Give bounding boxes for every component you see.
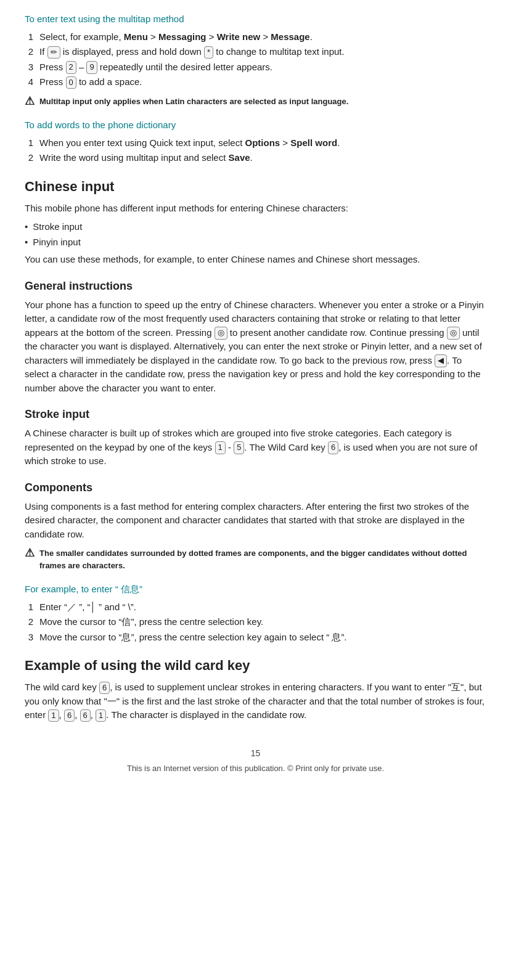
wild-card-body: The wild card key 6, is used to suppleme… bbox=[25, 680, 486, 722]
wild-card-heading: Example of using the wild card key bbox=[25, 655, 486, 676]
wildcard-key: 6 bbox=[99, 682, 110, 694]
wild-card-section: Example of using the wild card key The w… bbox=[25, 655, 486, 722]
enter-key-6b: 6 bbox=[80, 709, 91, 722]
back-key: ◀ bbox=[435, 354, 447, 367]
for-example-section: For example, to enter “ 信息” 1 Enter “／ ”… bbox=[25, 582, 486, 644]
note-text: Multitap input only applies when Latin c… bbox=[39, 96, 348, 108]
list-item: 4 Press 0 to add a space. bbox=[25, 75, 486, 89]
chinese-input-section: Chinese input This mobile phone has diff… bbox=[25, 176, 486, 267]
page-footer: 15 This is an Internet version of this p… bbox=[25, 747, 486, 775]
enter-key-6a: 6 bbox=[64, 709, 75, 722]
edit-icon: ✏ bbox=[47, 46, 60, 59]
phone-dict-title: To add words to the phone dictionary bbox=[25, 118, 486, 133]
components-note-block: ⚠ The smaller candidates surrounded by d… bbox=[25, 547, 486, 571]
nav-key-2: ◎ bbox=[447, 327, 460, 339]
list-item: Pinyin input bbox=[25, 235, 486, 250]
stroke-input-section: Stroke input A Chinese character is buil… bbox=[25, 406, 486, 468]
list-item: 1 Select, for example, Menu > Messaging … bbox=[25, 30, 486, 44]
general-instructions-body: Your phone has a function to speed up th… bbox=[25, 298, 486, 396]
components-section: Components Using components is a fast me… bbox=[25, 480, 486, 572]
for-example-title: For example, to enter “ 信息” bbox=[25, 582, 486, 597]
components-heading: Components bbox=[25, 480, 486, 496]
list-item: 3 Press 2 – 9 repeatedly until the desir… bbox=[25, 60, 486, 75]
key-1: 1 bbox=[215, 441, 226, 454]
multitap-title: To enter text using the multitap method bbox=[25, 12, 486, 27]
components-body: Using components is a fast method for en… bbox=[25, 500, 486, 542]
note-block: ⚠ Multitap input only applies when Latin… bbox=[25, 96, 486, 108]
stroke-input-heading: Stroke input bbox=[25, 406, 486, 423]
footer-note: This is an Internet version of this publ… bbox=[127, 764, 384, 773]
star-key: * bbox=[204, 46, 213, 59]
enter-key-1: 1 bbox=[48, 709, 59, 722]
chinese-input-heading: Chinese input bbox=[25, 176, 486, 197]
key-0: 0 bbox=[66, 76, 76, 89]
list-item: 2 Write the word using multitap input an… bbox=[25, 151, 486, 165]
list-item: 2 Move the cursor to “信”, press the cent… bbox=[25, 615, 486, 629]
phone-dict-section: To add words to the phone dictionary 1 W… bbox=[25, 118, 486, 165]
list-item: 1 Enter “／ ”, “│ ” and “ \”. bbox=[25, 600, 486, 615]
multitap-section: To enter text using the multitap method … bbox=[25, 12, 486, 107]
list-item: 3 Move the cursor to “息”, press the cent… bbox=[25, 631, 486, 645]
stroke-input-body: A Chinese character is built up of strok… bbox=[25, 427, 486, 468]
list-item: 2 If ✏ is displayed, press and hold down… bbox=[25, 45, 486, 59]
key-2: 2 bbox=[66, 61, 76, 73]
key-9: 9 bbox=[86, 61, 97, 73]
exclamation-icon: ⚠ bbox=[25, 96, 35, 108]
key-6: 6 bbox=[328, 441, 338, 454]
general-instructions-section: General instructions Your phone has a fu… bbox=[25, 278, 486, 396]
chinese-input-bullets: Stroke input Pinyin input bbox=[25, 220, 486, 249]
chinese-input-intro: This mobile phone has different input me… bbox=[25, 202, 486, 216]
components-note-text: The smaller candidates surrounded by dot… bbox=[39, 547, 486, 571]
key-5: 5 bbox=[234, 441, 244, 454]
list-item: 1 When you enter text using Quick text i… bbox=[25, 136, 486, 150]
nav-key: ◎ bbox=[215, 327, 227, 339]
chinese-input-after-bullets: You can use these methods, for example, … bbox=[25, 253, 486, 267]
page-number: 15 bbox=[25, 747, 486, 760]
enter-key-1b: 1 bbox=[96, 709, 106, 722]
general-instructions-heading: General instructions bbox=[25, 278, 486, 295]
list-item: Stroke input bbox=[25, 220, 486, 234]
exclamation-icon-2: ⚠ bbox=[25, 547, 35, 571]
